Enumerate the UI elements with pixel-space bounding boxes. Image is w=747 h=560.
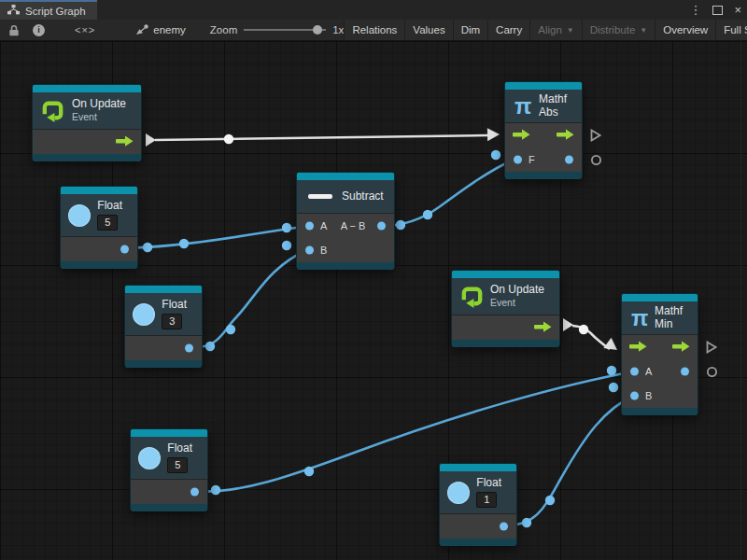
node-row <box>125 336 202 360</box>
node-row <box>440 514 516 539</box>
input-port[interactable] <box>305 246 314 255</box>
toolbar-button-values[interactable]: Values <box>404 20 452 40</box>
control-port-arrow-icon[interactable] <box>672 339 690 356</box>
node-header[interactable]: Float 5 <box>61 194 137 237</box>
control-port-arrow-icon[interactable] <box>534 319 552 336</box>
node-float-1[interactable]: Float 1 <box>439 463 517 545</box>
dropdown-arrow-icon: ▼ <box>640 26 647 35</box>
connection-droplet <box>396 220 405 230</box>
window-menu-icon[interactable]: ⋮ <box>689 4 701 16</box>
node-header[interactable]: Float 3 <box>125 293 202 336</box>
node-header[interactable]: π Mathf Min <box>622 301 698 335</box>
toolbar-button-dim[interactable]: Dim <box>453 20 487 40</box>
control-port-arrow-icon[interactable] <box>557 127 574 144</box>
connection-droplet <box>609 383 618 392</box>
node-subtitle: Event <box>490 297 544 309</box>
control-port-arrow-icon[interactable] <box>629 339 647 356</box>
node-on-update-2[interactable]: On Update Event <box>451 270 560 346</box>
node-header[interactable]: Float 1 <box>440 471 516 514</box>
node-float-5a[interactable]: Float 5 <box>60 186 138 268</box>
value-input[interactable]: 1 <box>476 492 497 508</box>
graph-canvas[interactable]: On Update Event Float 5 Subtract AA − BB… <box>0 41 747 560</box>
node-abs[interactable]: π Mathf Abs F <box>504 81 583 178</box>
window-close-icon[interactable]: × <box>734 4 741 16</box>
node-header[interactable]: On Update Event <box>452 278 559 315</box>
node-footer <box>452 340 559 347</box>
output-port[interactable] <box>681 368 689 376</box>
control-port-arrow-icon[interactable] <box>513 127 530 144</box>
node-row <box>33 130 141 154</box>
input-port[interactable] <box>305 222 314 231</box>
node-color-bar <box>622 294 698 301</box>
node-min[interactable]: π Mathf Min AB <box>621 293 698 414</box>
external-control-port-icon[interactable] <box>590 129 601 146</box>
tab-bar: Script Graph ⋮ × <box>0 0 747 20</box>
port-label: B <box>645 390 652 401</box>
input-port[interactable] <box>630 368 639 376</box>
node-float-3[interactable]: Float 3 <box>124 285 203 367</box>
connection-droplet <box>491 150 500 160</box>
node-header[interactable]: π Mathf Abs <box>505 90 582 123</box>
toolbar-button-relations[interactable]: Relations <box>344 20 404 40</box>
node-title: Float <box>97 200 122 213</box>
node-row <box>622 335 698 359</box>
output-port[interactable] <box>377 222 386 231</box>
node-float-5b[interactable]: Float 5 <box>130 428 208 511</box>
edit-source-icon[interactable]: <×> <box>68 20 102 40</box>
control-port-arrow-icon[interactable] <box>116 133 134 150</box>
output-port[interactable] <box>500 523 508 531</box>
zoom-value: 1x <box>332 24 344 35</box>
zoom-slider-handle[interactable] <box>313 25 322 35</box>
node-title: Float <box>162 299 187 312</box>
output-port[interactable] <box>190 488 199 497</box>
node-subtitle: Event <box>72 111 126 123</box>
toolbar-button-full-screen[interactable]: Full Screen <box>715 20 747 40</box>
lock-icon[interactable] <box>2 20 26 40</box>
external-value-port-icon[interactable] <box>706 365 718 382</box>
connection-float-5a-to-subtract-a[interactable] <box>125 226 308 248</box>
input-port[interactable] <box>514 156 522 164</box>
node-on-update-1[interactable]: On Update Event <box>32 84 142 161</box>
output-port[interactable] <box>185 344 193 353</box>
external-control-port-icon[interactable] <box>706 341 717 357</box>
node-header[interactable]: Subtract <box>297 180 394 214</box>
connection-droplet <box>579 325 588 334</box>
node-header[interactable]: Float 5 <box>131 437 207 480</box>
external-value-port-icon[interactable] <box>590 153 602 170</box>
connection-on-update-2-to-min[interactable] <box>572 326 610 349</box>
output-port[interactable] <box>120 245 129 254</box>
connection-float-1-to-min-b[interactable] <box>504 396 634 525</box>
node-row <box>505 123 582 147</box>
input-port[interactable] <box>630 392 639 400</box>
tab-title: Script Graph <box>25 6 86 17</box>
info-icon[interactable]: i <box>26 20 51 40</box>
node-row <box>61 237 137 261</box>
node-subtract[interactable]: Subtract AA − BB <box>296 172 395 269</box>
node-title: Mathf <box>655 305 683 318</box>
node-color-bar <box>131 429 207 437</box>
value-input[interactable]: 5 <box>97 215 118 231</box>
graph-breadcrumb[interactable]: enemy <box>135 24 186 35</box>
node-color-bar <box>452 271 559 278</box>
tab-script-graph[interactable]: Script Graph <box>0 0 97 20</box>
connection-droplet <box>224 134 233 144</box>
node-footer <box>622 408 698 415</box>
script-graph-window: Script Graph ⋮ × i <×> <box>0 0 747 560</box>
connection-subtract-to-abs-f[interactable] <box>382 158 517 226</box>
window-maximize-icon[interactable] <box>712 6 723 15</box>
node-title: Mathf <box>539 93 567 106</box>
value-input[interactable]: 3 <box>162 314 182 329</box>
node-color-bar <box>440 464 516 471</box>
node-row: AA − B <box>297 214 394 238</box>
zoom-slider[interactable] <box>244 24 326 35</box>
connection-on-update-1-to-abs[interactable] <box>155 135 488 140</box>
port-label: A − B <box>334 220 372 231</box>
node-footer <box>505 172 582 179</box>
toolbar-button-carry[interactable]: Carry <box>487 20 529 40</box>
output-port[interactable] <box>565 156 573 164</box>
connection-float-3-to-subtract-b[interactable] <box>190 249 308 347</box>
value-input[interactable]: 5 <box>167 457 188 473</box>
node-header[interactable]: On Update Event <box>33 92 141 130</box>
connection-float-5b-to-min-a[interactable] <box>195 371 634 492</box>
toolbar-button-overview[interactable]: Overview <box>655 20 715 40</box>
